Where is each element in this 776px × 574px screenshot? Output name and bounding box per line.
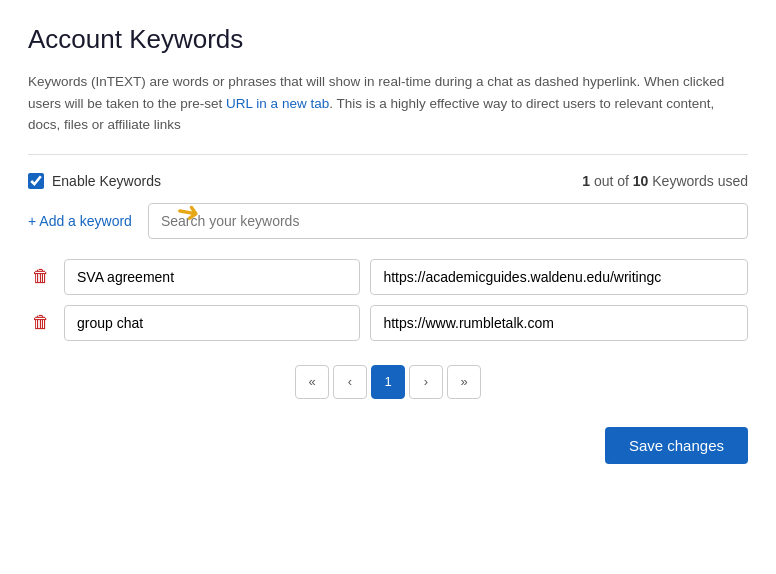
pagination-current-button[interactable]: 1 xyxy=(371,365,405,399)
url-2-input[interactable] xyxy=(370,305,748,341)
keyword-2-input[interactable] xyxy=(64,305,360,341)
pagination-first-button[interactable]: « xyxy=(295,365,329,399)
keywords-used-count: 1 out of 10 Keywords used xyxy=(582,173,748,189)
enable-keywords-checkbox[interactable] xyxy=(28,173,44,189)
url-1-input[interactable] xyxy=(370,259,748,295)
footer-row: Save changes xyxy=(28,427,748,464)
pagination-prev-button[interactable]: ‹ xyxy=(333,365,367,399)
pagination-next-button[interactable]: › xyxy=(409,365,443,399)
save-changes-button[interactable]: Save changes xyxy=(605,427,748,464)
action-row: + Add a keyword ➜ xyxy=(28,203,748,239)
add-keyword-button[interactable]: + Add a keyword xyxy=(28,213,132,229)
keywords-table: 🗑 🗑 xyxy=(28,259,748,341)
keyword-row-2: 🗑 xyxy=(28,305,748,341)
trash-icon-2: 🗑 xyxy=(32,312,50,333)
search-input[interactable] xyxy=(148,203,748,239)
pagination-last-button[interactable]: » xyxy=(447,365,481,399)
keyword-1-input[interactable] xyxy=(64,259,360,295)
page-title: Account Keywords xyxy=(28,24,748,55)
controls-row: Enable Keywords 1 out of 10 Keywords use… xyxy=(28,173,748,189)
trash-icon-1: 🗑 xyxy=(32,266,50,287)
delete-keyword-1-button[interactable]: 🗑 xyxy=(28,264,54,289)
page-description: Keywords (InTEXT) are words or phrases t… xyxy=(28,71,748,155)
enable-keywords-label[interactable]: Enable Keywords xyxy=(28,173,161,189)
pagination: « ‹ 1 › » xyxy=(28,365,748,399)
keyword-row-1: 🗑 xyxy=(28,259,748,295)
enable-keywords-text: Enable Keywords xyxy=(52,173,161,189)
delete-keyword-2-button[interactable]: 🗑 xyxy=(28,310,54,335)
